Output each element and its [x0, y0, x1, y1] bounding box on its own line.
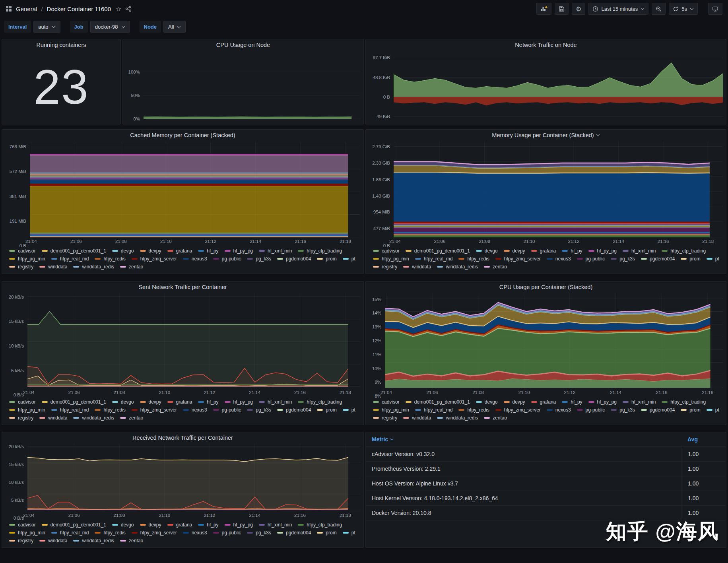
legend-item-pt[interactable]: pt	[707, 406, 719, 414]
legend-item-hfpy_pg_min[interactable]: hfpy_pg_min	[9, 255, 45, 262]
legend-item-hfpy_pg_min[interactable]: hfpy_pg_min	[373, 255, 409, 262]
legend-item-zentao[interactable]: zentao	[484, 263, 507, 270]
legend-item-hfpy_redis[interactable]: hfpy_redis	[458, 406, 489, 414]
legend-item-pt[interactable]: pt	[343, 406, 355, 414]
legend-item-registry[interactable]: registry	[9, 414, 33, 421]
legend-item-hfpy_pg_min[interactable]: hfpy_pg_min	[9, 406, 45, 414]
legend-item-winddata_redis[interactable]: winddata_redis	[73, 414, 114, 421]
legend-item-hfpy_redis[interactable]: hfpy_redis	[95, 529, 125, 536]
star-icon[interactable]: ☆	[116, 5, 121, 13]
network-traffic-node-chart[interactable]: 97.7 KiB48.8 KiB0 B-49 KiB	[367, 51, 723, 122]
legend-item-zentao[interactable]: zentao	[484, 414, 507, 421]
legend-item-devpy[interactable]: devpy	[140, 398, 161, 406]
legend-item-hfpy_real_md[interactable]: hfpy_real_md	[51, 529, 89, 536]
table-header-avg[interactable]: Avg	[681, 436, 726, 443]
legend-item-hf_py[interactable]: hf_py	[198, 398, 218, 406]
panel-title[interactable]: CPU Usage on Node	[216, 42, 270, 48]
legend-item-devpy[interactable]: devpy	[504, 398, 525, 406]
legend-item-cadvisor[interactable]: cadvisor	[9, 521, 36, 528]
panel-title[interactable]: Network Traffic on Node	[515, 42, 577, 48]
legend-item-winddata_redis[interactable]: winddata_redis	[73, 263, 114, 270]
legend-item-devpy[interactable]: devpy	[140, 521, 161, 528]
legend-item-nexus3[interactable]: nexus3	[547, 255, 571, 262]
time-range-picker[interactable]: Last 15 minutes	[588, 3, 648, 15]
legend-item-registry[interactable]: registry	[373, 414, 397, 421]
legend-item-hf_xml_min[interactable]: hf_xml_min	[623, 398, 656, 406]
table-row[interactable]: Host OS Version: Alpine Linux v3.71.00	[366, 476, 726, 491]
legend-item-pg-public[interactable]: pg-public	[213, 406, 241, 414]
legend-item-nexus3[interactable]: nexus3	[183, 406, 207, 414]
legend-item-nexus3[interactable]: nexus3	[183, 255, 207, 262]
legend-item-winddata_redis[interactable]: winddata_redis	[73, 537, 114, 544]
legend-item-devgo[interactable]: devgo	[112, 398, 134, 406]
legend-item-prom[interactable]: prom	[681, 255, 700, 262]
legend-item-hf_xml_min[interactable]: hf_xml_min	[259, 521, 292, 528]
legend-item-hfpy_ctp_trading[interactable]: hfpy_ctp_trading	[298, 398, 342, 406]
zoom-out-button[interactable]	[652, 3, 666, 15]
legend-item-prom[interactable]: prom	[681, 406, 700, 414]
legend-item-pg_k3s[interactable]: pg_k3s	[247, 255, 271, 262]
legend-item-pgdemo004[interactable]: pgdemo004	[277, 529, 311, 536]
legend-item-grafana[interactable]: grafana	[167, 247, 192, 254]
legend-item-winddata_redis[interactable]: winddata_redis	[437, 263, 478, 270]
legend-item-devgo[interactable]: devgo	[112, 521, 134, 528]
panel-title[interactable]: Memory Usage per Container (Stacked)	[492, 132, 594, 138]
legend-item-winddata_redis[interactable]: winddata_redis	[437, 414, 478, 421]
dashboard-settings-button[interactable]: ⚙	[572, 3, 585, 15]
legend-item-pg-public[interactable]: pg-public	[577, 406, 605, 414]
legend-item-hf_py_pg[interactable]: hf_py_pg	[225, 247, 253, 254]
legend-item-pg_k3s[interactable]: pg_k3s	[611, 406, 635, 414]
legend-item-hfpy_redis[interactable]: hfpy_redis	[95, 406, 125, 414]
cpu-usage-node-chart[interactable]: 100%50%0%	[124, 51, 360, 122]
refresh-button[interactable]: 5s	[669, 3, 698, 15]
legend-item-pt[interactable]: pt	[707, 255, 719, 262]
legend-item-hfpy_redis[interactable]: hfpy_redis	[95, 255, 125, 262]
legend-item-prom[interactable]: prom	[317, 255, 336, 262]
legend-item-hfpy_redis[interactable]: hfpy_redis	[458, 255, 489, 262]
save-dashboard-button[interactable]	[555, 3, 569, 15]
kiosk-mode-button[interactable]	[708, 3, 722, 15]
add-panel-button[interactable]	[536, 3, 551, 15]
legend-item-winddata[interactable]: winddata	[403, 414, 431, 421]
legend-item-hf_py[interactable]: hf_py	[198, 247, 218, 254]
legend-item-hfpy_pg_min[interactable]: hfpy_pg_min	[373, 406, 409, 414]
legend-item-winddata[interactable]: winddata	[403, 263, 431, 270]
legend-item-demo001_pg_demo001_1[interactable]: demo001_pg_demo001_1	[42, 398, 106, 406]
legend-item-registry[interactable]: registry	[9, 537, 33, 544]
legend-item-demo001_pg_demo001_1[interactable]: demo001_pg_demo001_1	[406, 247, 470, 254]
legend-item-hf_py[interactable]: hf_py	[562, 398, 582, 406]
panel-title[interactable]: CPU Usage per Container (Stacked)	[499, 284, 593, 290]
legend-item-hfpy_zmq_server[interactable]: hfpy_zmq_server	[132, 255, 177, 262]
legend-item-pgdemo004[interactable]: pgdemo004	[641, 255, 675, 262]
panel-title[interactable]: Running containers	[37, 42, 86, 48]
legend-item-grafana[interactable]: grafana	[531, 398, 556, 406]
legend-item-hfpy_ctp_trading[interactable]: hfpy_ctp_trading	[662, 398, 706, 406]
legend-item-hf_py_pg[interactable]: hf_py_pg	[588, 247, 617, 254]
node-select[interactable]: All	[163, 21, 186, 33]
legend-item-pg_k3s[interactable]: pg_k3s	[247, 529, 271, 536]
job-select[interactable]: docker-98	[90, 21, 130, 33]
cpu-usage-containers-chart[interactable]: 15%14%13%12%11%10%9%8%21:0421:0621:0821:…	[367, 293, 723, 397]
legend-item-winddata[interactable]: winddata	[39, 414, 67, 421]
legend-item-hf_py_pg[interactable]: hf_py_pg	[588, 398, 617, 406]
legend-item-devgo[interactable]: devgo	[112, 247, 134, 254]
legend-item-devpy[interactable]: devpy	[504, 247, 525, 254]
legend-item-grafana[interactable]: grafana	[531, 247, 556, 254]
table-row[interactable]: cAdvisor Version: v0.32.01.00	[366, 447, 726, 462]
legend-item-hfpy_zmq_server[interactable]: hfpy_zmq_server	[495, 406, 541, 414]
legend-item-hfpy_real_md[interactable]: hfpy_real_md	[415, 255, 453, 262]
legend-item-hfpy_zmq_server[interactable]: hfpy_zmq_server	[495, 255, 541, 262]
legend-item-pgdemo004[interactable]: pgdemo004	[641, 406, 675, 414]
sent-network-chart[interactable]: 20 kB/s15 kB/s10 kB/s5 kB/s0 B/s21:0421:…	[4, 293, 360, 397]
legend-item-pg-public[interactable]: pg-public	[213, 529, 241, 536]
table-row[interactable]: Prometheus Version: 2.29.11.00	[366, 462, 726, 476]
legend-item-winddata[interactable]: winddata	[39, 263, 67, 270]
legend-item-registry[interactable]: registry	[373, 263, 397, 270]
legend-item-pgdemo004[interactable]: pgdemo004	[277, 406, 311, 414]
table-row[interactable]: Host Kernel Version: 4.18.0-193.14.2.el8…	[366, 491, 726, 506]
legend-item-pgdemo004[interactable]: pgdemo004	[277, 255, 311, 262]
legend-item-hfpy_ctp_trading[interactable]: hfpy_ctp_trading	[298, 521, 342, 528]
legend-item-demo001_pg_demo001_1[interactable]: demo001_pg_demo001_1	[406, 398, 470, 406]
legend-item-winddata[interactable]: winddata	[39, 537, 67, 544]
legend-item-devgo[interactable]: devgo	[476, 398, 498, 406]
